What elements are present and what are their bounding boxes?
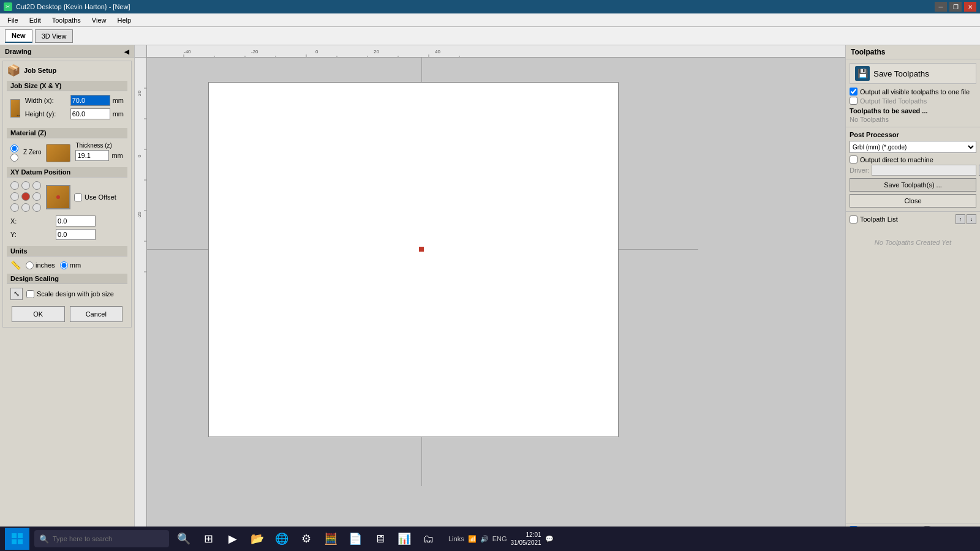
svg-rect-27 [12,539,17,544]
datum-ml[interactable] [10,192,19,201]
lang-label: ENG [492,535,507,542]
svg-text:-20: -20 [137,211,142,219]
menu-help[interactable]: Help [112,15,136,25]
z-zero-bottom-radio[interactable] [10,154,18,162]
taskbar-icon-3[interactable]: ▶ [223,528,243,550]
restore-button[interactable]: ❐ [949,2,962,12]
job-setup-title: Job Setup [24,67,56,74]
save-toolpath-button[interactable]: Save Toolpath(s) ... [850,178,976,192]
minimize-button[interactable]: ─ [935,2,947,12]
job-size-title: Job Size (X & Y) [7,81,127,91]
svg-rect-25 [12,533,17,538]
scaling-icon: ⤡ [10,288,23,300]
start-button[interactable] [5,528,29,550]
use-offset-checkbox[interactable] [74,193,82,201]
datum-bl[interactable] [10,203,19,212]
white-canvas[interactable] [208,82,619,437]
taskbar-icon-2[interactable]: ⊞ [198,528,218,550]
close-button[interactable]: ✕ [964,2,976,12]
time-display: 12:01 31/05/2021 [511,531,541,547]
toolbar: New 3D View [0,27,980,45]
mm-radio[interactable]: mm [60,261,81,269]
toolpaths-section: 💾 Save Toolpaths Output all visible tool… [846,59,980,127]
taskbar-icon-7[interactable]: 🗂 [419,528,439,550]
toolpath-list-checkbox[interactable] [850,216,858,223]
taskbar-icon-calc[interactable]: 🧮 [321,528,341,550]
thickness-input[interactable] [75,150,109,161]
save-toolpaths-button[interactable]: 💾 Save Toolpaths [850,63,976,84]
taskbar-icon-settings[interactable]: ⚙ [296,528,316,550]
svg-rect-28 [18,539,23,544]
menu-edit[interactable]: Edit [24,15,46,25]
material-preview [46,144,70,162]
menu-toolpaths[interactable]: Toolpaths [47,15,86,25]
height-input[interactable] [70,108,110,119]
xy-datum-title: XY Datum Position [7,167,127,178]
width-label: Width (x): [25,97,68,104]
x-label: X: [10,217,53,225]
use-offset-label[interactable]: Use Offset [74,193,116,201]
search-bar[interactable]: 🔍 [34,530,169,547]
canvas-inner [147,58,698,486]
toolpaths-header: Toolpaths [846,45,980,59]
new-tab[interactable]: New [5,29,32,43]
xy-datum-body: Use Offset X: Y: [7,178,127,246]
datum-mr[interactable] [32,192,41,201]
right-panel: Toolpaths 💾 Save Toolpaths Output all vi… [845,45,980,536]
output-all-checkbox[interactable] [850,88,858,96]
output-all-item: Output all visible toolpaths to one file [850,88,976,96]
scale-design-label[interactable]: Scale design with job size [26,290,114,298]
menu-view[interactable]: View [87,15,111,25]
origin-marker [419,247,424,252]
output-direct-checkbox[interactable] [850,156,858,163]
post-processor-select[interactable]: Grbl (mm) (*.gcode) Grbl (inch) (*.gcode… [850,141,976,153]
datum-bc[interactable] [21,203,30,212]
toolpath-list-header: Toolpath List ↑ ↓ [850,214,976,224]
taskbar-icon-4[interactable]: 📂 [247,528,267,550]
driver-input[interactable] [872,165,976,176]
taskbar-icon-chrome[interactable]: 🌐 [272,528,292,550]
taskbar-icon-5[interactable]: 🖥 [370,528,390,550]
datum-tl[interactable] [10,181,19,190]
panel-collapse-btn[interactable]: ◀ [124,48,129,55]
datum-br[interactable] [32,203,41,212]
x-input[interactable] [56,216,96,227]
notification-icon[interactable]: 💬 [545,535,554,543]
links-label: Links [448,535,464,542]
3d-view-tab[interactable]: 3D View [35,29,74,43]
toolpath-list-icon-btn-2[interactable]: ↓ [967,214,976,224]
z-zero-top-radio[interactable] [10,144,18,152]
ok-button[interactable]: OK [12,306,65,322]
post-processor-title: Post Processor [850,131,976,138]
output-tiled-checkbox[interactable] [850,97,858,105]
datum-tc[interactable] [21,181,30,190]
datum-tr[interactable] [32,181,41,190]
search-icon: 🔍 [39,534,49,544]
height-unit: mm [113,110,124,118]
material-z-title: Material (Z) [7,128,127,138]
width-input[interactable] [70,95,110,106]
ruler-corner [135,45,147,58]
inches-radio[interactable]: inches [26,261,55,269]
svg-text:0: 0 [137,154,142,157]
scale-design-checkbox[interactable] [26,290,34,298]
units-body: 📏 inches mm [7,257,127,274]
save-toolpaths-icon: 💾 [855,66,870,81]
taskbar-icon-6[interactable]: 📊 [394,528,414,550]
ruler-v-svg: 20 0 -20 [135,58,147,486]
toolpaths-to-save-label: Toolpaths to be saved ... [850,107,976,114]
taskbar-icon-1[interactable]: 🔍 [174,528,194,550]
y-input[interactable] [56,229,96,240]
system-tray: Links 📶 🔊 ENG 12:01 31/05/2021 💬 [443,531,559,547]
search-input[interactable] [53,535,151,542]
taskbar-icon-doc[interactable]: 📄 [345,528,365,550]
menu-file[interactable]: File [2,15,23,25]
close-button[interactable]: Close [850,194,976,208]
datum-mc[interactable] [21,192,30,201]
sound-icon: 🔊 [480,535,489,543]
cancel-button[interactable]: Cancel [70,306,123,322]
svg-text:40: 40 [435,49,440,54]
left-panel: Drawing ◀ 📦 Job Setup Job Size (X & Y) ↔ [0,45,135,536]
toolpath-list-icon-btn-1[interactable]: ↑ [956,214,965,224]
height-label: Height (y): [25,110,68,118]
